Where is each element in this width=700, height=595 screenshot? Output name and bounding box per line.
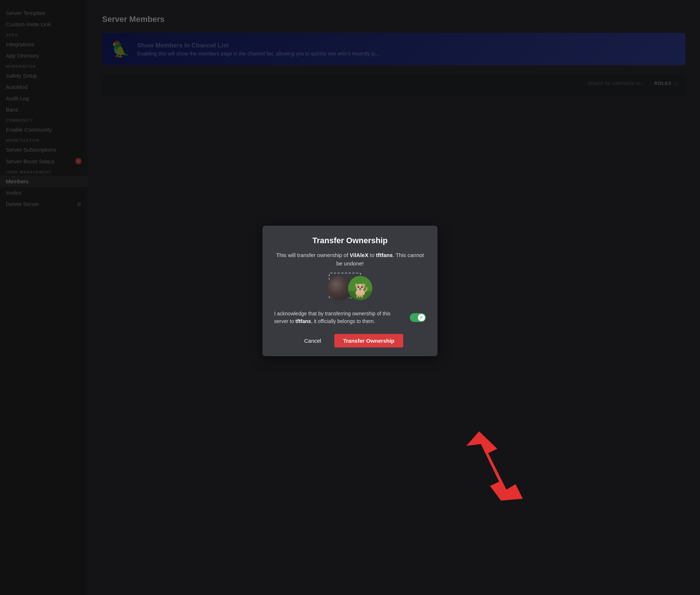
acknowledge-text: I acknowledge that by transferring owner… — [274, 310, 404, 325]
acknowledge-row: I acknowledge that by transferring owner… — [273, 310, 427, 325]
modal-description: This will transfer ownership of VilAleX … — [273, 251, 427, 268]
acknowledge-toggle[interactable]: ✓ — [410, 313, 426, 322]
acknowledge-part2: , it officially belongs to them. — [311, 318, 375, 324]
toggle-knob: ✓ — [418, 314, 425, 321]
svg-rect-11 — [357, 295, 358, 298]
transfer-ownership-modal: Transfer Ownership This will transfer ow… — [262, 226, 438, 356]
modal-from-user: VilAleX — [350, 252, 368, 258]
modal-desc-part2: to — [368, 252, 376, 258]
transfer-ownership-button[interactable]: Transfer Ownership — [334, 334, 403, 347]
avatar-to — [347, 275, 373, 301]
svg-point-6 — [358, 286, 359, 288]
svg-point-9 — [362, 287, 362, 287]
modal-to-user: tftfans — [376, 252, 393, 258]
avatar-transfer-visual — [273, 275, 427, 301]
acknowledge-user: tftfans — [295, 318, 311, 324]
modal-desc-part1: This will transfer ownership of — [276, 252, 350, 258]
cancel-button[interactable]: Cancel — [297, 334, 328, 347]
svg-point-10 — [359, 288, 361, 289]
svg-point-8 — [358, 287, 359, 287]
svg-rect-13 — [361, 295, 363, 298]
svg-point-7 — [361, 286, 363, 288]
modal-button-row: Cancel Transfer Ownership — [273, 334, 427, 347]
svg-rect-12 — [359, 295, 361, 298]
check-icon: ✓ — [420, 315, 423, 320]
modal-title: Transfer Ownership — [273, 236, 427, 245]
